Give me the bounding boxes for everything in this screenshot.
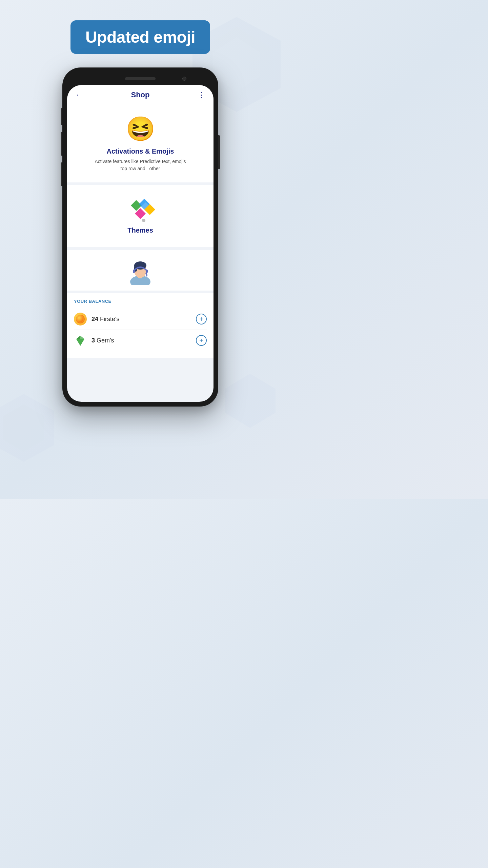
phone-button-power bbox=[218, 135, 220, 169]
phone-mockup: ← Shop ⋮ 😆 Activations & Emojis Activate… bbox=[62, 67, 218, 407]
svg-point-11 bbox=[142, 219, 145, 222]
gem-icon bbox=[74, 334, 87, 347]
add-gems-button[interactable]: + bbox=[196, 335, 207, 346]
app-bar: ← Shop ⋮ bbox=[67, 85, 214, 105]
phone-button-volume-toggle bbox=[61, 108, 62, 125]
header-badge-text: Updated emoji bbox=[85, 28, 195, 46]
header-badge: Updated emoji bbox=[70, 20, 210, 54]
phone-button-volume-down bbox=[61, 162, 62, 186]
firste-amount: 24 Firste's bbox=[92, 316, 119, 323]
balance-row-gems: 3 Gem's + bbox=[74, 330, 207, 351]
svg-point-19 bbox=[76, 315, 85, 323]
activations-desc: Activate features like Predictive text, … bbox=[95, 158, 186, 172]
phone-speaker bbox=[125, 77, 156, 80]
themes-title: Themes bbox=[127, 226, 153, 234]
svg-marker-23 bbox=[76, 336, 80, 339]
balance-row-firste: 24 Firste's + bbox=[74, 309, 207, 330]
bg-shape-bottom-left bbox=[0, 391, 61, 465]
themes-icon bbox=[127, 197, 154, 221]
balance-section: YOUR BALANCE bbox=[67, 293, 214, 358]
overflow-menu-button[interactable]: ⋮ bbox=[196, 91, 207, 99]
balance-left-gems: 3 Gem's bbox=[74, 334, 114, 347]
gems-amount: 3 Gem's bbox=[92, 337, 114, 344]
phone-top-bar bbox=[67, 72, 214, 85]
coin-icon bbox=[74, 313, 87, 326]
support-card[interactable] bbox=[67, 250, 214, 291]
balance-header: YOUR BALANCE bbox=[74, 299, 207, 304]
svg-marker-22 bbox=[80, 336, 84, 339]
themes-card[interactable]: Themes bbox=[67, 185, 214, 247]
emoji-icon: 😆 bbox=[126, 115, 155, 143]
phone-screen: ← Shop ⋮ 😆 Activations & Emojis Activate… bbox=[67, 85, 214, 402]
phone-frame: ← Shop ⋮ 😆 Activations & Emojis Activate… bbox=[62, 67, 218, 407]
bg-shape-bottom-right bbox=[220, 370, 281, 431]
add-firste-button[interactable]: + bbox=[196, 314, 207, 324]
phone-button-volume-up bbox=[61, 132, 62, 156]
activations-emojis-card[interactable]: 😆 Activations & Emojis Activate features… bbox=[67, 105, 214, 182]
back-button[interactable]: ← bbox=[74, 91, 85, 99]
screen-content: 😆 Activations & Emojis Activate features… bbox=[67, 105, 214, 402]
screen-title: Shop bbox=[131, 91, 150, 99]
balance-left-firste: 24 Firste's bbox=[74, 313, 119, 326]
svg-marker-5 bbox=[225, 374, 276, 428]
activations-title: Activations & Emojis bbox=[107, 147, 174, 155]
phone-camera bbox=[182, 77, 186, 81]
support-avatar bbox=[127, 258, 154, 285]
